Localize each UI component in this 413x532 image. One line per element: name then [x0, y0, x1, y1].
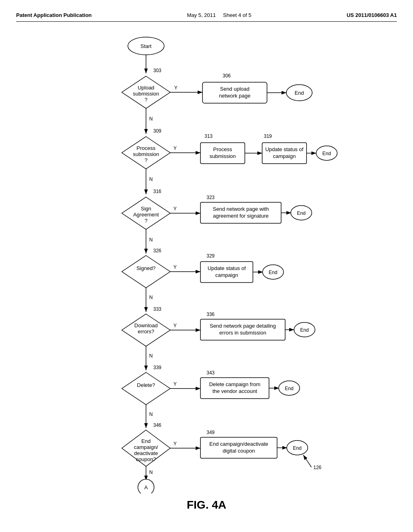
download-label2: errors? [138, 328, 154, 335]
upload-label3: ? [144, 97, 147, 103]
process-sub-label1: Process [213, 146, 232, 152]
end-process-label: End [322, 151, 331, 156]
ref-309: 309 [153, 128, 161, 134]
page: Patent Application Publication May 5, 20… [0, 0, 413, 532]
label-y-delete: Y [173, 381, 177, 387]
connector-a-label: A [144, 484, 148, 490]
flowchart-svg: Start 303 Upload submission ? Y 306 Send… [65, 30, 348, 493]
ref-323: 323 [206, 195, 215, 200]
end-upload-label: End [294, 90, 304, 96]
delete-diamond [122, 372, 170, 405]
delete-campaign-label2: the vendor account [213, 388, 257, 394]
label-y-upload: Y [174, 85, 177, 91]
update-status1-label2: campaign [273, 153, 296, 159]
header-date: May 5, 2011 [187, 12, 216, 18]
header-center: May 5, 2011 Sheet 4 of 5 [187, 12, 252, 18]
label-y-endcampaign: Y [173, 441, 177, 447]
sign-label3: ? [144, 218, 147, 224]
end-campaign-q-label4: coupon? [136, 456, 156, 462]
send-agreement-label1: Send network page with [213, 206, 269, 212]
start-label: Start [140, 43, 152, 49]
end-sign-label: End [297, 210, 305, 216]
label-n-delete: N [149, 411, 153, 417]
label-y-download: Y [173, 323, 177, 328]
delete-label1: Delete? [137, 382, 155, 388]
label-y-process: Y [173, 145, 177, 151]
ref-336: 336 [206, 312, 215, 317]
update-status2-label2: campaign [215, 272, 238, 278]
end-campaign-label2: digital coupon [223, 448, 255, 454]
ref-306: 306 [223, 73, 231, 79]
label-n-endcampaign: N [149, 470, 153, 475]
end-campaign-q-label2: campaign/ [134, 444, 158, 450]
download-label1: Download [134, 322, 158, 328]
label-y-signed: Y [173, 264, 177, 270]
process-label3: ? [144, 157, 147, 163]
sign-label2: Agreement [133, 212, 159, 218]
ref-326: 326 [153, 248, 161, 254]
ref-329: 329 [206, 253, 215, 259]
end-campaign-q-label1: End [141, 438, 150, 444]
signed-label1: Signed? [136, 265, 156, 271]
header: Patent Application Publication May 5, 20… [16, 12, 397, 22]
ref-316: 316 [153, 189, 161, 194]
header-sheet: Sheet 4 of 5 [223, 12, 251, 18]
ref-303: 303 [153, 68, 161, 73]
update-status1-label1: Update status of [265, 146, 304, 152]
label-n-process: N [149, 177, 153, 182]
ref-339: 339 [153, 365, 161, 370]
end-campaign-label1: End campaign/deactivate [209, 441, 268, 447]
ref-349: 349 [206, 430, 215, 435]
header-right: US 2011/0106603 A1 [346, 12, 397, 18]
sign-label1: Sign [141, 206, 151, 212]
process-label1: Process [137, 145, 156, 151]
label-n-upload: N [149, 116, 153, 122]
arrow-126-ref [303, 455, 311, 467]
label-n-download: N [149, 353, 153, 359]
send-upload-label2: network page [219, 93, 250, 99]
ref-126: 126 [313, 465, 321, 470]
end-campaign-q-label3: deactivate [134, 450, 158, 456]
send-agreement-label2: agreement for signature [213, 213, 269, 219]
header-left: Patent Application Publication [16, 12, 92, 18]
upload-label2: submission [133, 91, 159, 97]
delete-campaign-label1: Delete campaign from [209, 381, 260, 387]
signed-diamond [122, 256, 170, 288]
end-delete-label: End [285, 386, 293, 391]
end-endcampaign-label: End [293, 445, 301, 451]
flowchart: Start 303 Upload submission ? Y 306 Send… [65, 30, 348, 495]
send-upload-label1: Send upload [220, 86, 249, 92]
ref-343: 343 [206, 370, 215, 376]
label-n-sign: N [149, 237, 153, 243]
upload-label1: Upload [138, 85, 154, 91]
ref-313: 313 [204, 133, 213, 139]
update-status2-label1: Update status of [208, 265, 246, 271]
end-signed-label: End [269, 270, 277, 275]
ref-346: 346 [153, 422, 161, 428]
label-n-signed: N [149, 295, 153, 300]
send-errors-label1: Send network page detailing [210, 323, 276, 329]
send-errors-label2: errors in submission [219, 330, 266, 336]
label-y-sign: Y [173, 206, 177, 212]
process-sub-label2: submission [209, 153, 236, 159]
process-label2: submission [133, 151, 159, 157]
ref-319: 319 [264, 133, 272, 139]
ref-333: 333 [153, 306, 161, 312]
figure-label: FIG. 4A [16, 499, 397, 511]
end-errors-label: End [300, 327, 309, 333]
